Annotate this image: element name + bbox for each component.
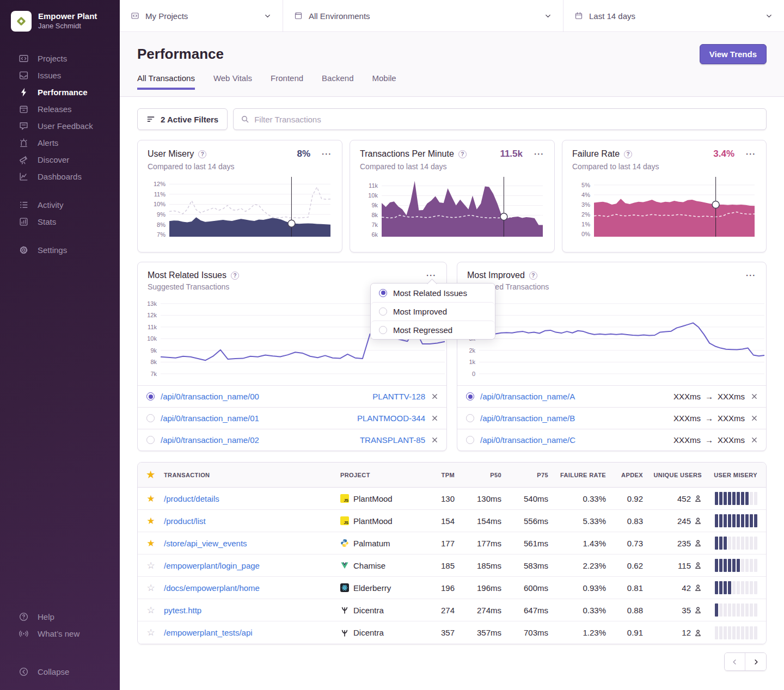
pagination <box>724 652 767 671</box>
sidebar-item-user-feedback[interactable]: User Feedback <box>0 118 120 134</box>
sidebar-item-projects[interactable]: Projects <box>0 50 120 67</box>
help-icon[interactable]: ? <box>198 150 206 158</box>
close-icon[interactable] <box>432 415 438 421</box>
transaction-link[interactable]: /empowerplant_tests/api <box>164 628 253 637</box>
sidebar-item-performance[interactable]: Performance <box>0 84 120 101</box>
star-toggle[interactable]: ☆ <box>138 582 164 594</box>
sidebar-item-activity[interactable]: Activity <box>0 196 120 213</box>
star-toggle[interactable]: ☆ <box>138 605 164 616</box>
sidebar-item-issues[interactable]: Issues <box>0 67 120 84</box>
user-icon <box>694 562 702 569</box>
transaction-link[interactable]: /api/0/transaction_name/C <box>480 435 575 445</box>
transaction-link[interactable]: /api/0/transaction_name/01 <box>161 414 259 423</box>
issue-link[interactable]: PLANTMOOD-344 <box>357 414 425 423</box>
active-filters-button[interactable]: 2 Active Filters <box>137 108 228 130</box>
svg-text:2k: 2k <box>469 347 475 354</box>
svg-text:5%: 5% <box>581 182 590 188</box>
issue-link[interactable]: TRANSPLANT-85 <box>360 435 425 445</box>
close-icon[interactable] <box>432 437 438 443</box>
star-toggle[interactable]: ☆ <box>138 560 164 571</box>
help-icon[interactable]: ? <box>231 272 239 280</box>
star-toggle[interactable]: ★ <box>138 538 164 549</box>
table-row: ☆ /empowerplant_tests/api Dicentra 357 3… <box>138 621 766 644</box>
sidebar-collapse-button[interactable]: Collapse <box>0 663 120 680</box>
radio-button <box>379 326 387 334</box>
transaction-link[interactable]: /api/0/transaction_name/B <box>480 414 575 423</box>
next-page-button[interactable] <box>745 653 766 670</box>
help-icon[interactable]: ? <box>458 150 467 158</box>
sidebar-item-label: Collapse <box>38 667 69 676</box>
help-icon[interactable]: ? <box>624 150 632 158</box>
metric-title: User Misery <box>148 149 194 159</box>
view-trends-button[interactable]: View Trends <box>700 44 767 64</box>
sidebar-item-discover[interactable]: Discover <box>0 151 120 168</box>
radio-button[interactable] <box>466 414 474 422</box>
menu-item-most-improved[interactable]: Most Improved <box>371 302 495 321</box>
projects-filter-icon <box>131 11 139 20</box>
transaction-link[interactable]: /product/details <box>164 494 219 503</box>
sidebar-item-label: Settings <box>38 245 67 255</box>
transaction-link[interactable]: /api/0/transaction_name/A <box>480 392 575 401</box>
radio-button[interactable] <box>146 392 155 401</box>
more-options-icon[interactable]: ⋯ <box>426 273 437 278</box>
chevron-down-icon <box>765 12 773 20</box>
sidebar-nav: Projects Issues Performance Releases Use… <box>0 50 120 258</box>
date-range-selector[interactable]: Last 14 days <box>564 0 784 32</box>
star-toggle[interactable]: ★ <box>138 515 164 527</box>
sidebar-item-settings[interactable]: Settings <box>0 242 120 258</box>
transaction-link[interactable]: /product/list <box>164 516 206 526</box>
project-name: Dicentra <box>353 628 384 637</box>
more-options-icon[interactable]: ⋯ <box>534 151 544 157</box>
radio-button[interactable] <box>146 436 155 444</box>
metric-value: 3.4% <box>713 149 734 159</box>
org-switcher[interactable]: Empower Plant Jane Schmidt <box>0 0 120 32</box>
global-filter-bar: My Projects All Environments Last 14 day… <box>120 0 784 32</box>
tab-web-vitals[interactable]: Web Vitals <box>213 73 252 90</box>
failure-rate-value: 0.33% <box>548 494 606 503</box>
transaction-link[interactable]: /store/api_view_events <box>164 539 247 548</box>
radio-button[interactable] <box>146 414 155 422</box>
sidebar-item-releases[interactable]: Releases <box>0 101 120 118</box>
tab-frontend[interactable]: Frontend <box>271 73 303 90</box>
close-icon[interactable] <box>432 393 438 399</box>
failure-rate-value: 1.43% <box>548 539 606 548</box>
menu-item-most-related-issues[interactable]: Most Related Issues <box>371 284 495 302</box>
star-toggle[interactable]: ☆ <box>138 627 164 638</box>
transaction-link[interactable]: /api/0/transaction_name/02 <box>161 435 259 445</box>
sidebar-item-dashboards[interactable]: Dashboards <box>0 168 120 185</box>
sidebar-item-alerts[interactable]: Alerts <box>0 134 120 151</box>
metric-subtitle: Compared to last 14 days <box>148 162 332 171</box>
close-icon[interactable] <box>751 415 757 421</box>
tab-all-transactions[interactable]: All Transactions <box>137 73 195 90</box>
sidebar-item-help[interactable]: Help <box>0 608 120 625</box>
more-options-icon[interactable]: ⋯ <box>745 273 756 278</box>
issue-link[interactable]: PLANTTV-128 <box>372 392 425 401</box>
radio-button[interactable] <box>466 436 474 444</box>
tab-backend[interactable]: Backend <box>322 73 353 90</box>
p75-value: 600ms <box>501 583 548 593</box>
search-input[interactable] <box>254 115 759 124</box>
transaction-link[interactable]: /empowerplant/login_page <box>164 561 260 570</box>
sidebar-item-whats-new[interactable]: What’s new <box>0 625 120 642</box>
widget-options-menu: Most Related Issues Most Improved Most R… <box>370 283 495 340</box>
close-icon[interactable] <box>751 437 757 443</box>
transaction-link[interactable]: /api/0/transaction_name/00 <box>161 392 259 401</box>
radio-button[interactable] <box>466 392 474 401</box>
sidebar-item-stats[interactable]: Stats <box>0 213 120 230</box>
project-selector[interactable]: My Projects <box>120 0 283 32</box>
menu-item-most-regressed[interactable]: Most Regressed <box>371 321 495 339</box>
gear-icon <box>19 245 29 255</box>
star-toggle[interactable]: ★ <box>138 493 164 504</box>
environment-selector-value: All Environments <box>309 11 370 21</box>
previous-page-button[interactable] <box>725 653 745 670</box>
table-row: ★ /product/list JSPlantMood 154 154ms 55… <box>138 510 766 532</box>
more-options-icon[interactable]: ⋯ <box>745 151 756 157</box>
sidebar-item-label: Discover <box>38 155 69 164</box>
tab-mobile[interactable]: Mobile <box>372 73 396 90</box>
environment-selector[interactable]: All Environments <box>283 0 564 32</box>
transaction-link[interactable]: pytest.http <box>164 606 201 615</box>
transaction-link[interactable]: /docs/empowerplant/home <box>164 583 260 593</box>
more-options-icon[interactable]: ⋯ <box>321 151 332 157</box>
help-icon[interactable]: ? <box>529 272 537 280</box>
close-icon[interactable] <box>751 393 757 399</box>
